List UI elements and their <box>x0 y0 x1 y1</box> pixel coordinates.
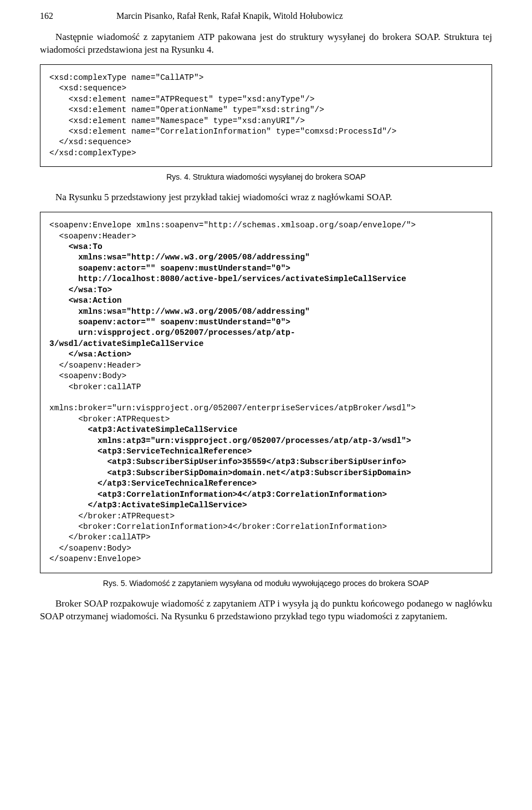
code-block-1: <xsd:complexType name="CallATP"> <xsd:se… <box>40 64 492 167</box>
code2-line-9: </broker:ATPRequest> <box>49 512 175 521</box>
running-header: 162 Marcin Pisanko, Rafał Renk, Rafał Kn… <box>40 11 492 21</box>
paragraph-1: Następnie wiadomość z zapytaniem ATP pak… <box>40 31 492 57</box>
code2-line-7: xmlns:broker="urn:vispproject.org/052007… <box>49 404 416 412</box>
code2-line-8: <broker:ATPRequest> <box>49 415 170 424</box>
code2-line-5: <broker:callATP <box>49 383 141 391</box>
page-number: 162 <box>40 11 53 21</box>
figure-5-caption: Rys. 5. Wiadomość z zapytaniem wysyłana … <box>40 579 492 588</box>
code2-line-2: <soapenv:Header> <box>49 232 136 241</box>
header-authors: Marcin Pisanko, Rafał Renk, Rafał Knapik… <box>116 11 343 21</box>
code2-wsa-block: <wsa:To xmlns:wsa="http://www.w3.org/200… <box>49 242 406 359</box>
code-block-2: <soapenv:Envelope xmlns:soapenv="http://… <box>40 212 492 573</box>
paragraph-3: Broker SOAP rozpakowuje wiadomość z zapy… <box>40 598 492 623</box>
code2-line-12: </soapenv:Body> <box>49 544 131 553</box>
figure-4-caption: Rys. 4. Struktura wiadomości wysyłanej d… <box>40 172 492 181</box>
code2-line-3: </soapenv:Header> <box>49 361 141 370</box>
code2-line-1: <soapenv:Envelope xmlns:soapenv="http://… <box>49 221 416 230</box>
code2-atp3-block: <atp3:ActivateSimpleCallService xmlns:at… <box>49 425 411 510</box>
paragraph-2: Na Rysunku 5 przedstawiony jest przykład… <box>40 191 492 204</box>
code2-line-4: <soapenv:Body> <box>49 371 126 380</box>
code2-line-13: </soapenv:Envelope> <box>49 554 141 563</box>
code2-line-11: </broker:callATP> <box>49 533 151 542</box>
page: 162 Marcin Pisanko, Rafał Renk, Rafał Kn… <box>0 0 532 810</box>
code2-line-10: <broker:CorrelationInformation>4</broker… <box>49 522 387 531</box>
